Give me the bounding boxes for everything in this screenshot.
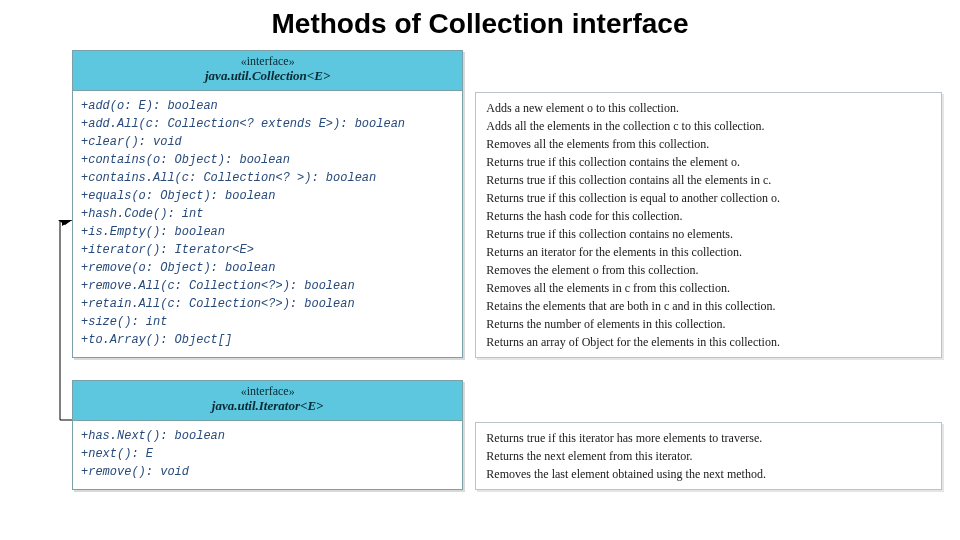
method-description: Returns an array of Object for the eleme… [486,333,931,351]
method-signature: +remove(): void [81,463,454,481]
svg-marker-1 [58,220,72,225]
method-description: Returns an iterator for the elements in … [486,243,931,261]
collection-row: «interface» java.util.Collection<E> +add… [72,50,942,358]
method-signature: +iterator(): Iterator<E> [81,241,454,259]
collection-stereotype: «interface» [73,55,462,68]
method-description: Returns true if this collection contains… [486,153,931,171]
method-signature: +clear(): void [81,133,454,151]
method-description: Returns true if this collection contains… [486,225,931,243]
method-description: Returns the hash code for this collectio… [486,207,931,225]
method-signature: +next(): E [81,445,454,463]
method-signature: +add(o: E): boolean [81,97,454,115]
collection-methods: +add(o: E): boolean +add.All(c: Collecti… [73,91,462,357]
method-signature: +equals(o: Object): boolean [81,187,454,205]
page-title: Methods of Collection interface [0,0,960,44]
iterator-uml-box: «interface» java.util.Iterator<E> +has.N… [72,380,463,490]
iterator-descriptions: Returns true if this iterator has more e… [475,422,942,490]
iterator-interface-name: java.util.Iterator<E> [73,398,462,414]
method-description: Adds all the elements in the collection … [486,117,931,135]
method-description: Returns true if this collection is equal… [486,189,931,207]
uml-connector [48,220,72,428]
method-description: Adds a new element o to this collection. [486,99,931,117]
method-description: Returns the next element from this itera… [486,447,931,465]
method-signature: +contains(o: Object): boolean [81,151,454,169]
method-signature: +has.Next(): boolean [81,427,454,445]
method-description: Removes the last element obtained using … [486,465,931,483]
method-signature: +remove.All(c: Collection<?>): boolean [81,277,454,295]
collection-uml-box: «interface» java.util.Collection<E> +add… [72,50,463,358]
method-description: Returns true if this iterator has more e… [486,429,931,447]
method-signature: +contains.All(c: Collection<? >): boolea… [81,169,454,187]
method-signature: +is.Empty(): boolean [81,223,454,241]
method-description: Retains the elements that are both in c … [486,297,931,315]
method-signature: +add.All(c: Collection<? extends E>): bo… [81,115,454,133]
collection-uml-header: «interface» java.util.Collection<E> [73,51,462,91]
method-description: Removes all the elements in c from this … [486,279,931,297]
method-signature: +to.Array(): Object[] [81,331,454,349]
collection-descriptions: Adds a new element o to this collection.… [475,92,942,358]
svg-marker-0 [62,220,72,226]
method-signature: +retain.All(c: Collection<?>): boolean [81,295,454,313]
method-description: Removes all the elements from this colle… [486,135,931,153]
iterator-row: «interface» java.util.Iterator<E> +has.N… [72,380,942,490]
iterator-methods: +has.Next(): boolean +next(): E +remove(… [73,421,462,489]
method-description: Returns the number of elements in this c… [486,315,931,333]
method-description: Removes the element o from this collecti… [486,261,931,279]
method-signature: +remove(o: Object): boolean [81,259,454,277]
iterator-stereotype: «interface» [73,385,462,398]
collection-interface-name: java.util.Collection<E> [73,68,462,84]
method-description: Returns true if this collection contains… [486,171,931,189]
method-signature: +size(): int [81,313,454,331]
method-signature: +hash.Code(): int [81,205,454,223]
iterator-uml-header: «interface» java.util.Iterator<E> [73,381,462,421]
